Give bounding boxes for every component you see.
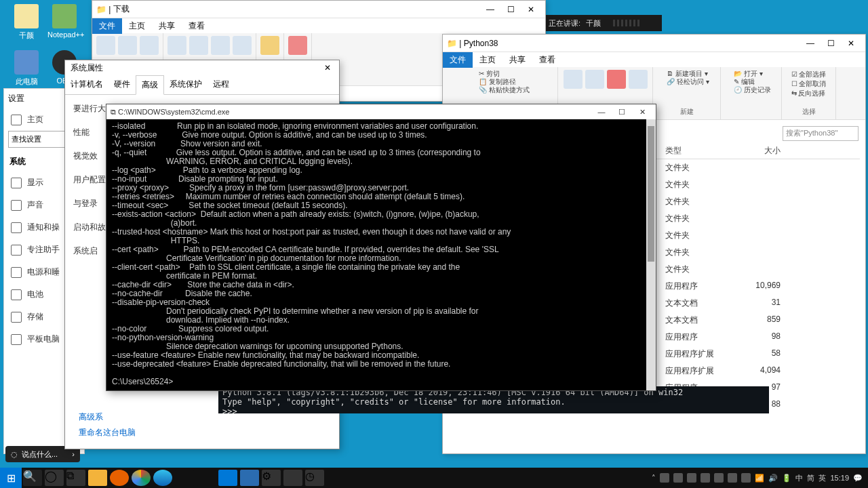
network-icon[interactable]: 📶 <box>755 474 764 483</box>
delete-icon[interactable] <box>211 36 230 55</box>
tab-home[interactable]: 主页 <box>473 52 502 68</box>
taskbar-settings[interactable]: ⚙ <box>262 470 281 486</box>
taskbar-chrome[interactable] <box>132 470 151 486</box>
copyto-icon[interactable] <box>189 36 208 55</box>
close-button[interactable]: ✕ <box>521 3 541 16</box>
setting-icon <box>11 267 22 278</box>
taskbar-terminal[interactable] <box>175 470 194 486</box>
start-button[interactable]: ⊞ <box>0 468 22 488</box>
taskbar[interactable]: ⊞ 🔍 ◯ ⧉ ⚙ ◷ ˄ 📶 🔊 🔋 中 简 英 <box>0 468 868 488</box>
taskbar-search[interactable]: 🔍 <box>23 470 42 486</box>
close-button[interactable]: ✕ <box>633 106 652 118</box>
desktop-icon-thispc[interactable]: 此电脑 <box>9 50 43 87</box>
taskbar-taskview[interactable]: ⧉ <box>66 470 85 486</box>
col-type[interactable]: 类型 <box>665 145 733 157</box>
tray-icon[interactable] <box>701 473 710 483</box>
system-tray[interactable]: ˄ 📶 🔊 🔋 中 简 英 15:19 💬 <box>652 473 868 483</box>
maximize-button[interactable]: ☐ <box>500 3 521 16</box>
tab-file[interactable]: 文件 <box>443 52 473 68</box>
newitem-button[interactable]: 🗎 新建项目 ▾ <box>667 70 709 78</box>
selectnone-button[interactable]: ☐ 全部取消 <box>791 79 827 89</box>
cmd-icon: ⧉ <box>111 108 116 117</box>
desktop-icon-ganyan[interactable]: 干颜 <box>9 4 43 41</box>
window-title: C:\WINDOWS\system32\cmd.exe <box>118 108 229 116</box>
tab-2[interactable]: 高级 <box>136 75 164 95</box>
tab-view[interactable]: 查看 <box>182 18 212 34</box>
edit-button[interactable]: ✎ 编辑 <box>734 78 771 86</box>
taskbar-app1[interactable] <box>240 470 259 486</box>
taskbar-firefox[interactable] <box>110 470 129 486</box>
tab-view[interactable]: 查看 <box>532 52 562 68</box>
advanced-link[interactable]: 高级系 <box>79 411 136 423</box>
maximize-button[interactable]: ☐ <box>821 37 841 50</box>
taskbar-app2[interactable] <box>283 470 302 486</box>
tab-share[interactable]: 共享 <box>152 18 182 34</box>
taskbar-vscode[interactable] <box>218 470 237 486</box>
tray-chevron[interactable]: ˄ <box>652 474 656 483</box>
titlebar[interactable]: ⧉ C:\WINDOWS\system32\cmd.exe — ☐ ✕ <box>106 104 656 119</box>
ime-indicator[interactable]: 简 <box>807 473 814 483</box>
taskbar-explorer[interactable] <box>88 470 107 486</box>
search-input[interactable]: 搜索"Python38" <box>783 126 859 141</box>
tab-3[interactable]: 系统保护 <box>164 75 208 94</box>
pasteshortcut-button[interactable]: 📎 粘贴快捷方式 <box>479 86 530 94</box>
minimize-button[interactable]: — <box>800 37 821 50</box>
paste-icon[interactable] <box>140 36 159 55</box>
cmd-window[interactable]: ⧉ C:\WINDOWS\system32\cmd.exe — ☐ ✕ --is… <box>106 104 656 391</box>
tab-share[interactable]: 共享 <box>502 52 532 68</box>
cut-button[interactable]: ✂ 剪切 <box>479 70 530 78</box>
tab-1[interactable]: 硬件 <box>108 75 136 94</box>
rename-icon[interactable] <box>629 70 648 89</box>
tab-0[interactable]: 计算机名 <box>65 75 108 94</box>
tray-icon[interactable] <box>687 473 696 483</box>
tray-icon[interactable] <box>660 473 669 483</box>
titlebar[interactable]: 系统属性✕ <box>65 60 339 75</box>
maximize-button[interactable]: ☐ <box>612 106 631 118</box>
tab-file[interactable]: 文件 <box>92 18 122 34</box>
tray-icon[interactable] <box>714 473 724 483</box>
open-button[interactable]: 📂 打开 ▾ <box>734 70 771 78</box>
ime-indicator[interactable]: 英 <box>818 473 826 483</box>
history-button[interactable]: 🕘 历史记录 <box>734 86 771 94</box>
taskbar-cortana[interactable]: ◯ <box>45 470 64 486</box>
tray-icon[interactable] <box>741 473 751 483</box>
tab-home[interactable]: 主页 <box>122 18 152 34</box>
volume-icon[interactable]: 🔊 <box>768 474 778 483</box>
pin-icon[interactable] <box>96 36 115 55</box>
taskbar-app3[interactable]: ◷ <box>305 470 324 486</box>
tray-icon[interactable] <box>728 473 737 483</box>
close-button[interactable]: ✕ <box>841 37 861 50</box>
close-button[interactable]: ✕ <box>321 63 334 73</box>
easyaccess-button[interactable]: 🔗 轻松访问 ▾ <box>667 78 709 86</box>
scrollbar[interactable] <box>646 119 656 390</box>
copypath-button[interactable]: 📋 复制路径 <box>479 78 530 86</box>
moveto-icon[interactable] <box>167 36 186 55</box>
copyto-icon[interactable] <box>585 70 604 89</box>
terminal-output[interactable]: --isolated Run pip in an isolated mode, … <box>106 119 656 390</box>
newfolder-icon[interactable] <box>260 36 279 55</box>
battery-icon[interactable]: 🔋 <box>782 474 791 483</box>
taskbar-edge[interactable] <box>153 470 172 486</box>
selectall-button[interactable]: ☑ 全部选择 <box>791 70 827 79</box>
notifications-icon[interactable]: 💬 <box>853 474 863 483</box>
rename-icon[interactable] <box>233 36 252 55</box>
properties-icon[interactable] <box>288 36 307 55</box>
col-size[interactable]: 大小 <box>733 145 787 157</box>
clock[interactable]: 15:19 <box>830 474 849 482</box>
minimize-button[interactable]: — <box>480 3 500 16</box>
scrollbar-thumb[interactable] <box>648 126 654 262</box>
tab-4[interactable]: 远程 <box>208 75 235 94</box>
copy-icon[interactable] <box>118 36 137 55</box>
tray-icon[interactable] <box>673 473 683 483</box>
desktop-icon-notepadpp[interactable]: Notepad++ <box>47 4 81 39</box>
titlebar[interactable]: 📁 | 下载 — ☐ ✕ <box>92 1 545 18</box>
titlebar[interactable]: 📁 | Python38 — ☐ ✕ <box>443 35 865 52</box>
ime-indicator[interactable]: 中 <box>795 473 803 483</box>
setting-icon <box>11 334 22 345</box>
invert-button[interactable]: ⇆ 反向选择 <box>791 89 827 98</box>
taskbar-pycharm[interactable] <box>197 470 216 486</box>
delete-icon[interactable] <box>607 70 626 89</box>
minimize-button[interactable]: — <box>592 106 611 118</box>
rename-pc-link[interactable]: 重命名这台电脑 <box>79 427 136 439</box>
moveto-icon[interactable] <box>564 70 583 89</box>
